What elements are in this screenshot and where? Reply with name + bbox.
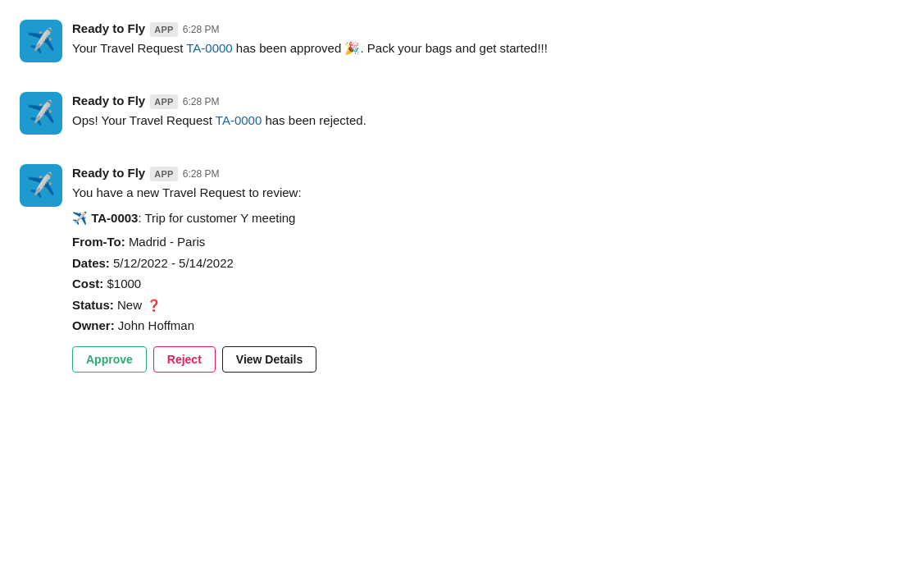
link-ta0000-2[interactable]: TA-0000 <box>216 113 262 127</box>
message-content-approved: Ready to Fly APP 6:28 PM Your Travel Req… <box>72 20 904 58</box>
request-icon: ✈️ <box>72 211 88 225</box>
status-label: Status: <box>72 298 114 312</box>
from-to-row: From-To: Madrid - Paris <box>72 231 904 253</box>
intro-text: You have a new Travel Request to review: <box>72 184 904 203</box>
timestamp-3: 6:28 PM <box>183 167 220 182</box>
text-after-link-2: has been rejected. <box>262 113 366 127</box>
dates-value: 5/12/2022 - 5/14/2022 <box>113 256 234 270</box>
plane-icon: ✈️ <box>25 23 57 58</box>
status-row: Status: New ❓ <box>72 295 904 316</box>
link-ta0000-1[interactable]: TA-0000 <box>186 41 232 55</box>
avatar-rejected: ✈️ <box>20 92 62 135</box>
approve-button[interactable]: Approve <box>72 346 147 373</box>
message-text-approved: Your Travel Request TA-0000 has been app… <box>72 39 904 58</box>
message-header-approved: Ready to Fly APP 6:28 PM <box>72 20 904 38</box>
message-text-review: You have a new Travel Request to review:… <box>72 184 904 373</box>
status-value: New <box>117 298 142 312</box>
cost-value: $1000 <box>107 277 142 290</box>
avatar-approved: ✈️ <box>20 20 62 62</box>
travel-details: ✈️ TA-0003: Trip for customer Y meeting … <box>72 208 904 336</box>
action-buttons: Approve Reject View Details <box>72 346 904 373</box>
owner-row: Owner: John Hoffman <box>72 315 904 336</box>
avatar-review: ✈️ <box>20 164 62 207</box>
sender-name-1: Ready to Fly <box>72 20 145 38</box>
owner-label: Owner: <box>72 318 115 332</box>
cost-row: Cost: $1000 <box>72 273 904 295</box>
timestamp-1: 6:28 PM <box>183 23 220 38</box>
cost-label: Cost: <box>72 277 103 290</box>
dates-label: Dates: <box>72 256 110 270</box>
message-review: ✈️ Ready to Fly APP 6:28 PM You have a n… <box>20 161 904 376</box>
sender-name-3: Ready to Fly <box>72 164 145 182</box>
from-to-label: From-To: <box>72 235 125 249</box>
status-question-icon: ❓ <box>147 296 161 316</box>
message-approved: ✈️ Ready to Fly APP 6:28 PM Your Travel … <box>20 16 904 66</box>
sender-name-2: Ready to Fly <box>72 92 145 110</box>
app-badge-3: APP <box>150 167 178 181</box>
message-rejected: ✈️ Ready to Fly APP 6:28 PM Ops! Your Tr… <box>20 89 904 138</box>
owner-value: John Hoffman <box>118 318 194 332</box>
timestamp-2: 6:28 PM <box>183 95 220 110</box>
view-details-button[interactable]: View Details <box>222 346 316 373</box>
message-header-review: Ready to Fly APP 6:28 PM <box>72 164 904 182</box>
request-title-text: Trip for customer Y meeting <box>145 211 296 225</box>
message-content-rejected: Ready to Fly APP 6:28 PM Ops! Your Trave… <box>72 92 904 130</box>
app-badge-2: APP <box>150 94 178 109</box>
text-after-link-1: has been approved 🎉. Pack your bags and … <box>233 41 548 55</box>
text-before-link-1: Your Travel Request <box>72 41 186 55</box>
app-badge-1: APP <box>150 22 178 37</box>
dates-row: Dates: 5/12/2022 - 5/14/2022 <box>72 253 904 274</box>
reject-button[interactable]: Reject <box>153 346 216 373</box>
request-title-sep: : <box>138 211 144 225</box>
plane-icon-2: ✈️ <box>25 95 57 130</box>
from-to-value: Madrid - Paris <box>129 235 205 249</box>
plane-icon-3: ✈️ <box>25 167 57 203</box>
message-content-review: Ready to Fly APP 6:28 PM You have a new … <box>72 164 904 373</box>
message-header-rejected: Ready to Fly APP 6:28 PM <box>72 92 904 110</box>
request-code: TA-0003 <box>91 211 138 225</box>
message-text-rejected: Ops! Your Travel Request TA-0000 has bee… <box>72 112 904 130</box>
request-title: ✈️ TA-0003: Trip for customer Y meeting <box>72 208 904 229</box>
text-before-link-2: Ops! Your Travel Request <box>72 113 216 127</box>
